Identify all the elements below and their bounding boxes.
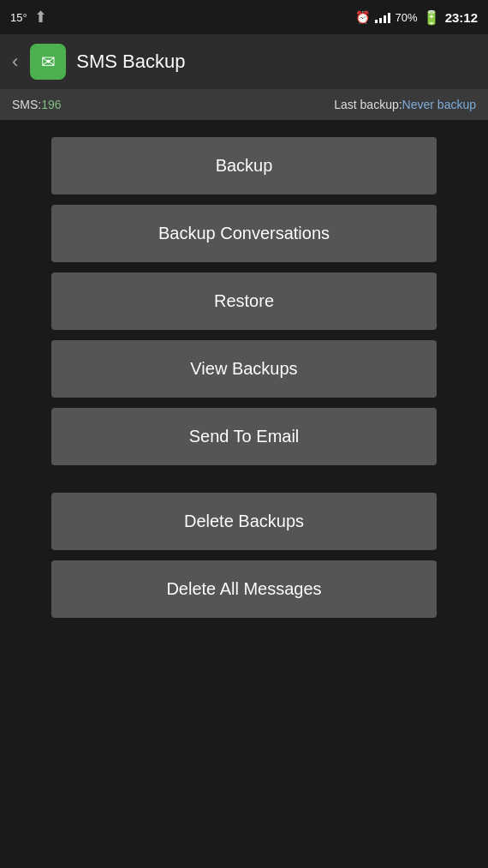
- time-display: 23:12: [445, 10, 478, 25]
- back-button[interactable]: ‹: [12, 51, 18, 73]
- sms-count: 196: [41, 98, 61, 111]
- status-bar: 15° ⬆ ⏰ 70% 🔋 23:12: [0, 0, 488, 34]
- battery-percent: 70%: [396, 11, 418, 24]
- backup-conversations-button[interactable]: Backup Conversations: [51, 205, 437, 262]
- app-icon: ✉: [30, 44, 66, 80]
- delete-all-messages-button[interactable]: Delete All Messages: [51, 560, 437, 618]
- upload-icon: ⬆: [34, 8, 47, 27]
- send-to-email-button[interactable]: Send To Email: [51, 408, 437, 465]
- signal-icon: [375, 11, 390, 23]
- battery-icon: 🔋: [423, 9, 440, 26]
- app-title: SMS Backup: [76, 51, 185, 73]
- status-bar-left: 15° ⬆: [10, 8, 47, 27]
- temperature-display: 15°: [10, 11, 27, 24]
- delete-backups-button[interactable]: Delete Backups: [51, 493, 437, 550]
- view-backups-button[interactable]: View Backups: [51, 340, 437, 398]
- backup-button[interactable]: Backup: [51, 137, 437, 195]
- sms-label: SMS:: [12, 98, 41, 111]
- status-bar-right: ⏰ 70% 🔋 23:12: [355, 9, 478, 26]
- main-content: Backup Backup Conversations Restore View…: [0, 120, 488, 645]
- app-icon-symbol: ✉: [41, 51, 56, 72]
- alarm-icon: ⏰: [355, 10, 370, 24]
- info-bar: SMS: 196 Last backup: Never backup: [0, 89, 488, 120]
- last-backup-label: Last backup:: [334, 98, 402, 111]
- spacer: [51, 476, 437, 493]
- app-header: ‹ ✉ SMS Backup: [0, 34, 488, 89]
- restore-button[interactable]: Restore: [51, 272, 437, 330]
- last-backup-value: Never backup: [402, 98, 476, 111]
